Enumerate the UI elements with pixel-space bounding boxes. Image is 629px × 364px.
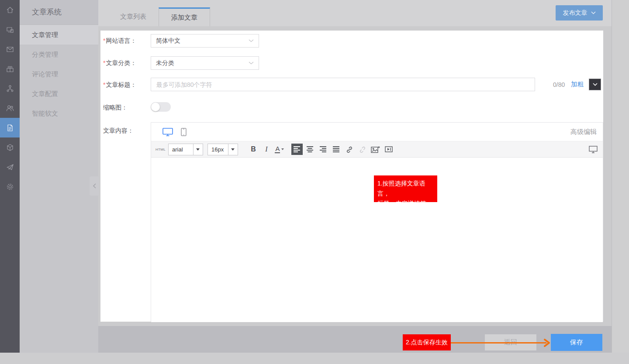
mobile-preview-icon[interactable] xyxy=(181,128,187,136)
chevron-down-icon xyxy=(249,62,254,65)
rail-item-article[interactable] xyxy=(0,118,20,137)
align-right-icon xyxy=(320,146,327,152)
video-icon xyxy=(385,146,393,152)
chevron-down-icon xyxy=(593,83,598,86)
fullscreen-monitor-icon xyxy=(589,146,598,153)
title-more-dropdown-button[interactable] xyxy=(589,79,601,90)
chevron-down-icon xyxy=(249,39,254,42)
rail-item-mail[interactable] xyxy=(0,39,20,59)
required-mark: * xyxy=(103,81,105,88)
italic-button[interactable]: I xyxy=(261,144,272,155)
rail-item-users[interactable] xyxy=(0,98,20,118)
rich-text-editor: 高级编辑 HTML arial 16px B I A xyxy=(151,122,603,322)
site-language-select[interactable]: 简体中文 xyxy=(151,34,259,48)
align-justify-icon xyxy=(333,146,340,152)
remove-link-button[interactable] xyxy=(357,144,368,155)
annotation-step1-line2: 标题，内容详情等 xyxy=(377,199,435,209)
annotation-step1-line1: 1.按照选择文章语言， xyxy=(377,179,435,199)
icon-rail xyxy=(0,0,20,353)
right-margin-strip xyxy=(612,0,629,364)
sidebar-collapse-handle[interactable] xyxy=(90,176,99,196)
users-icon xyxy=(6,104,14,113)
link-icon xyxy=(346,146,353,153)
rail-item-cube[interactable] xyxy=(0,137,20,157)
site-language-label: *网站语言： xyxy=(103,37,136,45)
publish-article-button[interactable]: 发布文章 xyxy=(556,5,603,21)
html-mode-label[interactable]: HTML xyxy=(156,148,166,151)
mail-icon xyxy=(6,45,14,54)
annotation-arrow-line xyxy=(449,342,546,343)
tab-article-list[interactable]: 文章列表 xyxy=(108,7,159,26)
header-bar: 文章列表 添加文章 xyxy=(98,0,612,26)
add-article-form-panel: *网站语言： 简体中文 *文章分类： 未分类 *文章标题： 0/80 加粗 缩略… xyxy=(100,31,603,322)
advanced-edit-link[interactable]: 高级编辑 xyxy=(570,128,597,136)
sidebar-title: 文章系统 xyxy=(20,0,98,25)
font-color-button[interactable]: A xyxy=(274,144,285,155)
article-content-label: 文章内容： xyxy=(103,127,134,135)
title-char-counter: 0/80 xyxy=(553,81,565,88)
font-color-label: A xyxy=(275,145,280,154)
rail-item-share-network[interactable] xyxy=(0,79,20,98)
insert-link-button[interactable] xyxy=(344,144,355,155)
align-center-button[interactable] xyxy=(304,144,316,155)
unlink-icon xyxy=(359,146,366,153)
rail-item-settings[interactable] xyxy=(0,177,20,196)
devices-icon xyxy=(6,25,14,34)
article-icon xyxy=(6,124,14,132)
page-footer-strip xyxy=(0,353,629,364)
save-button[interactable]: 保存 xyxy=(551,334,602,351)
article-category-value: 未分类 xyxy=(156,59,174,67)
chevron-left-icon xyxy=(93,183,97,189)
image-icon xyxy=(371,146,380,153)
sidebar: 文章系统 文章管理 分类管理 评论管理 文章配置 智能软文 xyxy=(20,0,98,353)
thumbnail-label: 缩略图： xyxy=(103,104,128,112)
rail-item-devices[interactable] xyxy=(0,20,20,39)
align-right-button[interactable] xyxy=(318,144,329,155)
insert-image-button[interactable] xyxy=(370,144,381,155)
font-family-select[interactable]: arial xyxy=(168,144,203,155)
article-category-select[interactable]: 未分类 xyxy=(151,56,259,70)
cube-icon xyxy=(6,143,14,152)
article-category-label: *文章分类： xyxy=(103,59,136,67)
home-icon xyxy=(6,6,14,14)
font-size-value: 16px xyxy=(208,146,228,153)
editor-header: 高级编辑 xyxy=(151,123,603,141)
title-bold-link[interactable]: 加粗 xyxy=(571,80,584,89)
sidebar-item-category-manage[interactable]: 分类管理 xyxy=(20,45,98,64)
chevron-down-icon xyxy=(591,11,596,14)
thumbnail-toggle[interactable] xyxy=(151,102,171,112)
annotation-arrow-head-icon xyxy=(543,338,550,347)
tab-bar: 文章列表 添加文章 xyxy=(108,7,210,26)
rail-item-gift[interactable] xyxy=(0,59,20,79)
desktop-preview-icon[interactable] xyxy=(162,128,173,136)
align-justify-button[interactable] xyxy=(331,144,342,155)
dropdown-arrow-cell xyxy=(193,144,203,155)
article-title-label: *文章标题： xyxy=(103,81,136,89)
bold-button[interactable]: B xyxy=(248,144,259,155)
toggle-knob xyxy=(151,103,160,111)
fullscreen-button[interactable] xyxy=(589,146,598,153)
triangle-down-icon xyxy=(196,148,200,151)
annotation-step2: 2.点击保存生效 xyxy=(403,334,451,350)
sidebar-item-smart-article[interactable]: 智能软文 xyxy=(20,103,98,123)
rail-item-send[interactable] xyxy=(0,157,20,177)
tab-add-article[interactable]: 添加文章 xyxy=(159,7,210,26)
site-language-value: 简体中文 xyxy=(156,37,180,45)
font-family-value: arial xyxy=(169,146,193,153)
article-title-input[interactable] xyxy=(151,78,535,91)
font-size-select[interactable]: 16px xyxy=(207,144,238,155)
sidebar-item-article-manage[interactable]: 文章管理 xyxy=(20,25,98,45)
rail-item-home[interactable] xyxy=(0,0,20,20)
dropdown-arrow-cell xyxy=(228,144,238,155)
align-left-button[interactable] xyxy=(291,144,303,155)
triangle-down-icon xyxy=(231,148,235,151)
align-left-icon xyxy=(294,146,301,152)
sidebar-item-comment-manage[interactable]: 评论管理 xyxy=(20,64,98,84)
send-icon xyxy=(6,163,14,172)
editor-toolbar: HTML arial 16px B I A xyxy=(151,141,603,158)
sidebar-item-article-config[interactable]: 文章配置 xyxy=(20,84,98,103)
triangle-down-icon xyxy=(281,148,284,150)
insert-video-button[interactable] xyxy=(383,144,394,155)
align-center-icon xyxy=(307,146,314,152)
publish-article-label: 发布文章 xyxy=(563,9,588,17)
